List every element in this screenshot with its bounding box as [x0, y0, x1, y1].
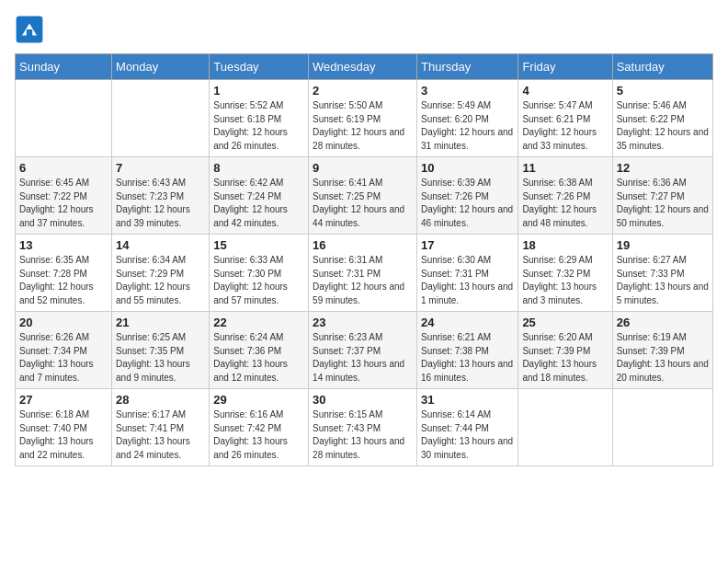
calendar-cell: 17Sunrise: 6:30 AMSunset: 7:31 PMDayligh…	[417, 235, 518, 312]
calendar-header-thursday: Thursday	[417, 54, 518, 80]
calendar-cell: 12Sunrise: 6:36 AMSunset: 7:27 PMDayligh…	[612, 157, 712, 235]
day-info: Sunrise: 5:49 AMSunset: 6:20 PMDaylight:…	[421, 99, 514, 153]
day-number: 6	[19, 161, 108, 175]
day-info: Sunrise: 6:43 AMSunset: 7:23 PMDaylight:…	[116, 177, 205, 230]
calendar-header-saturday: Saturday	[612, 54, 712, 80]
calendar-cell: 23Sunrise: 6:23 AMSunset: 7:37 PMDayligh…	[309, 312, 417, 389]
day-number: 23	[313, 316, 413, 329]
page-header	[15, 15, 713, 44]
day-number: 28	[116, 393, 205, 407]
day-info: Sunrise: 6:30 AMSunset: 7:31 PMDaylight:…	[421, 254, 514, 307]
calendar-cell: 13Sunrise: 6:35 AMSunset: 7:28 PMDayligh…	[16, 235, 112, 312]
calendar-cell: 6Sunrise: 6:45 AMSunset: 7:22 PMDaylight…	[16, 157, 112, 235]
calendar-cell: 25Sunrise: 6:20 AMSunset: 7:39 PMDayligh…	[518, 312, 612, 389]
calendar-cell: 18Sunrise: 6:29 AMSunset: 7:32 PMDayligh…	[518, 235, 612, 312]
calendar-cell: 24Sunrise: 6:21 AMSunset: 7:38 PMDayligh…	[417, 312, 518, 389]
day-number: 29	[213, 393, 304, 407]
calendar-cell: 2Sunrise: 5:50 AMSunset: 6:19 PMDaylight…	[309, 80, 417, 157]
day-info: Sunrise: 6:23 AMSunset: 7:37 PMDaylight:…	[313, 331, 413, 385]
calendar-cell: 21Sunrise: 6:25 AMSunset: 7:35 PMDayligh…	[112, 312, 210, 389]
calendar-header-tuesday: Tuesday	[210, 54, 309, 80]
calendar-cell: 10Sunrise: 6:39 AMSunset: 7:26 PMDayligh…	[417, 157, 518, 235]
day-number: 31	[421, 393, 514, 407]
day-number: 8	[213, 161, 304, 175]
calendar-cell: 3Sunrise: 5:49 AMSunset: 6:20 PMDaylight…	[417, 80, 518, 157]
day-info: Sunrise: 6:41 AMSunset: 7:25 PMDaylight:…	[313, 177, 413, 230]
day-info: Sunrise: 6:34 AMSunset: 7:29 PMDaylight:…	[116, 254, 205, 307]
calendar-cell: 20Sunrise: 6:26 AMSunset: 7:34 PMDayligh…	[16, 312, 112, 389]
calendar-cell: 27Sunrise: 6:18 AMSunset: 7:40 PMDayligh…	[16, 389, 112, 466]
calendar-cell: 9Sunrise: 6:41 AMSunset: 7:25 PMDaylight…	[309, 157, 417, 235]
calendar-cell: 30Sunrise: 6:15 AMSunset: 7:43 PMDayligh…	[309, 389, 417, 466]
day-info: Sunrise: 6:17 AMSunset: 7:41 PMDaylight:…	[116, 408, 205, 462]
day-number: 1	[213, 84, 304, 98]
day-info: Sunrise: 6:35 AMSunset: 7:28 PMDaylight:…	[19, 254, 108, 307]
day-number: 12	[617, 161, 709, 175]
calendar-header-monday: Monday	[112, 54, 210, 80]
day-number: 20	[19, 316, 108, 329]
day-info: Sunrise: 6:18 AMSunset: 7:40 PMDaylight:…	[19, 408, 108, 462]
day-number: 24	[421, 316, 514, 329]
calendar-cell	[612, 389, 712, 466]
day-info: Sunrise: 6:27 AMSunset: 7:33 PMDaylight:…	[617, 254, 709, 307]
calendar-cell: 22Sunrise: 6:24 AMSunset: 7:36 PMDayligh…	[210, 312, 309, 389]
calendar-header-row: SundayMondayTuesdayWednesdayThursdayFrid…	[16, 54, 713, 80]
day-number: 30	[313, 393, 413, 407]
calendar-cell: 7Sunrise: 6:43 AMSunset: 7:23 PMDaylight…	[112, 157, 210, 235]
day-info: Sunrise: 6:31 AMSunset: 7:31 PMDaylight:…	[313, 254, 413, 307]
calendar-cell: 28Sunrise: 6:17 AMSunset: 7:41 PMDayligh…	[112, 389, 210, 466]
calendar-cell: 26Sunrise: 6:19 AMSunset: 7:39 PMDayligh…	[612, 312, 712, 389]
calendar-header-sunday: Sunday	[16, 54, 112, 80]
day-info: Sunrise: 5:47 AMSunset: 6:21 PMDaylight:…	[522, 99, 608, 153]
calendar-cell: 1Sunrise: 5:52 AMSunset: 6:18 PMDaylight…	[210, 80, 309, 157]
day-number: 15	[213, 238, 304, 252]
calendar-week-row: 6Sunrise: 6:45 AMSunset: 7:22 PMDaylight…	[16, 157, 713, 235]
day-info: Sunrise: 6:26 AMSunset: 7:34 PMDaylight:…	[19, 331, 108, 385]
calendar-week-row: 20Sunrise: 6:26 AMSunset: 7:34 PMDayligh…	[16, 312, 713, 389]
calendar-cell: 15Sunrise: 6:33 AMSunset: 7:30 PMDayligh…	[210, 235, 309, 312]
day-info: Sunrise: 6:14 AMSunset: 7:44 PMDaylight:…	[421, 408, 514, 462]
day-number: 21	[116, 316, 205, 329]
day-number: 9	[313, 161, 413, 175]
day-number: 22	[213, 316, 304, 329]
day-info: Sunrise: 6:29 AMSunset: 7:32 PMDaylight:…	[522, 254, 608, 307]
day-number: 3	[421, 84, 514, 98]
logo-icon	[15, 15, 44, 44]
calendar-cell: 11Sunrise: 6:38 AMSunset: 7:26 PMDayligh…	[518, 157, 612, 235]
day-number: 13	[19, 238, 108, 252]
calendar-cell: 19Sunrise: 6:27 AMSunset: 7:33 PMDayligh…	[612, 235, 712, 312]
day-number: 16	[313, 238, 413, 252]
calendar-cell: 14Sunrise: 6:34 AMSunset: 7:29 PMDayligh…	[112, 235, 210, 312]
day-info: Sunrise: 5:46 AMSunset: 6:22 PMDaylight:…	[617, 99, 709, 153]
day-number: 10	[421, 161, 514, 175]
day-number: 14	[116, 238, 205, 252]
calendar-week-row: 1Sunrise: 5:52 AMSunset: 6:18 PMDaylight…	[16, 80, 713, 157]
calendar-cell: 4Sunrise: 5:47 AMSunset: 6:21 PMDaylight…	[518, 80, 612, 157]
day-info: Sunrise: 6:21 AMSunset: 7:38 PMDaylight:…	[421, 331, 514, 385]
calendar-header-friday: Friday	[518, 54, 612, 80]
day-number: 25	[522, 316, 608, 329]
day-number: 7	[116, 161, 205, 175]
day-info: Sunrise: 6:42 AMSunset: 7:24 PMDaylight:…	[213, 177, 304, 230]
day-info: Sunrise: 6:19 AMSunset: 7:39 PMDaylight:…	[617, 331, 709, 385]
day-number: 19	[617, 238, 709, 252]
day-number: 5	[617, 84, 709, 98]
calendar-cell: 5Sunrise: 5:46 AMSunset: 6:22 PMDaylight…	[612, 80, 712, 157]
day-info: Sunrise: 6:15 AMSunset: 7:43 PMDaylight:…	[313, 408, 413, 462]
day-info: Sunrise: 6:16 AMSunset: 7:42 PMDaylight:…	[213, 408, 304, 462]
day-number: 17	[421, 238, 514, 252]
day-number: 2	[313, 84, 413, 98]
logo	[15, 15, 48, 44]
calendar-week-row: 13Sunrise: 6:35 AMSunset: 7:28 PMDayligh…	[16, 235, 713, 312]
calendar-table: SundayMondayTuesdayWednesdayThursdayFrid…	[15, 53, 713, 466]
day-info: Sunrise: 5:52 AMSunset: 6:18 PMDaylight:…	[213, 99, 304, 153]
calendar-week-row: 27Sunrise: 6:18 AMSunset: 7:40 PMDayligh…	[16, 389, 713, 466]
day-number: 27	[19, 393, 108, 407]
day-number: 11	[522, 161, 608, 175]
calendar-cell: 16Sunrise: 6:31 AMSunset: 7:31 PMDayligh…	[309, 235, 417, 312]
calendar-cell: 8Sunrise: 6:42 AMSunset: 7:24 PMDaylight…	[210, 157, 309, 235]
calendar-cell	[112, 80, 210, 157]
day-info: Sunrise: 5:50 AMSunset: 6:19 PMDaylight:…	[313, 99, 413, 153]
calendar-cell	[16, 80, 112, 157]
calendar-cell: 29Sunrise: 6:16 AMSunset: 7:42 PMDayligh…	[210, 389, 309, 466]
